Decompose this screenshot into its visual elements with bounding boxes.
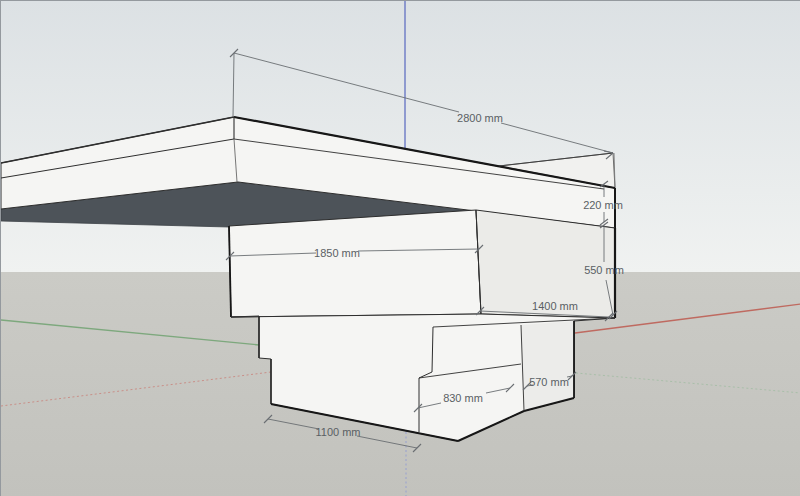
dimension-label-1400[interactable]: 1400 mm [532, 300, 578, 312]
dimension-label-2800[interactable]: 2800 mm [457, 112, 503, 124]
dimension-label-1850[interactable]: 1850 mm [314, 247, 360, 259]
cabinet-front-face[interactable] [229, 210, 481, 317]
model-canvas[interactable]: 2800 mm 220 mm 1850 mm 550 mm [1, 1, 800, 496]
plinth-side-face[interactable] [521, 321, 574, 411]
model-viewport[interactable]: 2800 mm 220 mm 1850 mm 550 mm [0, 0, 800, 496]
dimension-label-570[interactable]: 570 mm [529, 376, 569, 388]
dimension-label-220[interactable]: 220 mm [583, 199, 623, 211]
dimension-label-1100[interactable]: 1100 mm [315, 426, 360, 438]
dimension-label-830[interactable]: 830 mm [443, 392, 483, 404]
dimension-label-550[interactable]: 550 mm [584, 264, 624, 276]
